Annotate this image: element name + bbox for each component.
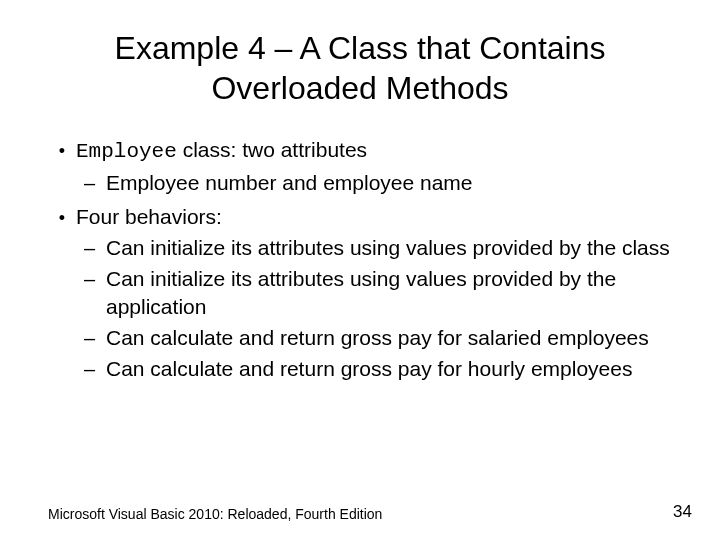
dash-icon: –	[84, 170, 106, 196]
bullet-icon: •	[48, 140, 76, 163]
list-item: – Employee number and employee name	[48, 169, 672, 196]
list-item: – Can calculate and return gross pay for…	[48, 324, 672, 351]
footer-source: Microsoft Visual Basic 2010: Reloaded, F…	[48, 506, 382, 522]
dash-icon: –	[84, 266, 106, 292]
dash-icon: –	[84, 356, 106, 382]
sub-list: – Employee number and employee name	[48, 169, 672, 196]
list-item: • Employee class: two attributes – Emplo…	[48, 136, 672, 197]
slide-content: • Employee class: two attributes – Emplo…	[48, 136, 672, 382]
code-text: Employee	[76, 140, 177, 163]
sub-bullet-text: Can initialize its attributes using valu…	[106, 265, 672, 320]
sub-bullet-text: Can calculate and return gross pay for h…	[106, 355, 672, 382]
page-number: 34	[673, 502, 692, 522]
bullet-icon: •	[48, 207, 76, 230]
list-item: – Can calculate and return gross pay for…	[48, 355, 672, 382]
dash-icon: –	[84, 235, 106, 261]
list-item: • Four behaviors: – Can initialize its a…	[48, 203, 672, 383]
sub-bullet-text: Employee number and employee name	[106, 169, 672, 196]
list-item: – Can initialize its attributes using va…	[48, 265, 672, 320]
bullet-text: Employee class: two attributes	[76, 136, 672, 165]
plain-text: class: two attributes	[177, 138, 367, 161]
bullet-list: • Employee class: two attributes – Emplo…	[48, 136, 672, 382]
slide: Example 4 – A Class that Contains Overlo…	[0, 0, 720, 382]
slide-title: Example 4 – A Class that Contains Overlo…	[48, 28, 672, 108]
list-item: – Can initialize its attributes using va…	[48, 234, 672, 261]
title-line-2: Overloaded Methods	[211, 70, 508, 106]
dash-icon: –	[84, 325, 106, 351]
sub-bullet-text: Can initialize its attributes using valu…	[106, 234, 672, 261]
sub-list: – Can initialize its attributes using va…	[48, 234, 672, 382]
bullet-text: Four behaviors:	[76, 203, 672, 230]
title-line-1: Example 4 – A Class that Contains	[115, 30, 606, 66]
sub-bullet-text: Can calculate and return gross pay for s…	[106, 324, 672, 351]
